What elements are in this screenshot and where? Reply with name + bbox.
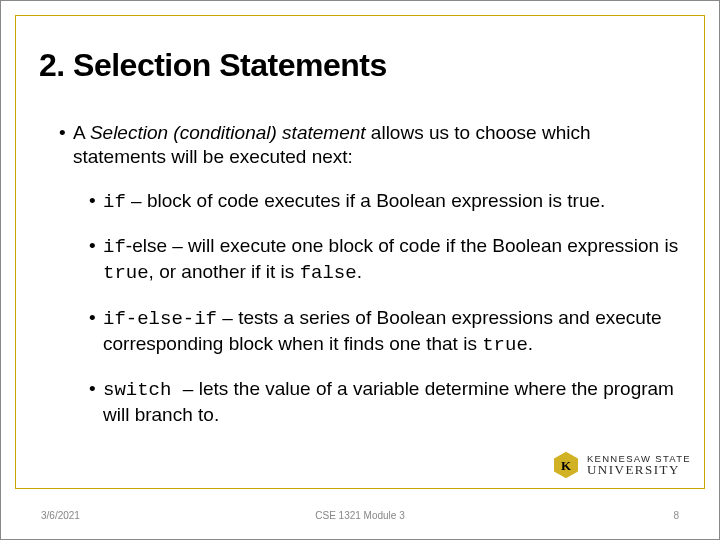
frag: -else – will execute one block of code i…: [126, 235, 678, 256]
slide: 2. Selection Statements • A Selection (c…: [0, 0, 720, 540]
code-keyword: if: [103, 236, 126, 258]
university-logo: K KENNESAW STATE UNIVERSITY: [551, 451, 691, 479]
code-keyword: true: [482, 334, 528, 356]
frag: , or another if it is: [149, 261, 300, 282]
list-item: • if-else – will execute one block of co…: [89, 234, 679, 286]
intro-text: A Selection (conditional) statement allo…: [73, 121, 679, 169]
code-keyword: if: [103, 191, 126, 213]
intro-prefix: A: [73, 122, 90, 143]
frag: .: [528, 333, 533, 354]
item-text: if-else – will execute one block of code…: [103, 234, 679, 286]
bullet-icon: •: [59, 121, 73, 169]
bullet-icon: •: [89, 306, 103, 358]
code-keyword: if-else-if: [103, 308, 217, 330]
item-text: if – block of code executes if a Boolean…: [103, 189, 679, 215]
logo-line2: UNIVERSITY: [587, 463, 691, 476]
list-item: • if-else-if – tests a series of Boolean…: [89, 306, 679, 358]
slide-title: 2. Selection Statements: [39, 47, 387, 84]
list-item: • switch – lets the value of a variable …: [89, 377, 679, 427]
logo-text: KENNESAW STATE UNIVERSITY: [587, 454, 691, 477]
footer-page-number: 8: [673, 510, 679, 521]
item-text: if-else-if – tests a series of Boolean e…: [103, 306, 679, 358]
bullet-icon: •: [89, 234, 103, 286]
code-keyword: switch: [103, 379, 183, 401]
bullet-icon: •: [89, 189, 103, 215]
svg-text:K: K: [561, 458, 572, 473]
list-item: • if – block of code executes if a Boole…: [89, 189, 679, 215]
logo-icon: K: [551, 451, 581, 479]
dash: –: [217, 307, 238, 328]
footer-center: CSE 1321 Module 3: [1, 510, 719, 521]
intro-emphasis: Selection (conditional) statement: [90, 122, 366, 143]
frag: .: [357, 261, 362, 282]
code-keyword: true: [103, 262, 149, 284]
content-area: • A Selection (conditional) statement al…: [59, 121, 679, 447]
dash: –: [126, 190, 147, 211]
bullet-icon: •: [89, 377, 103, 427]
code-keyword: false: [300, 262, 357, 284]
sub-bullet-list: • if – block of code executes if a Boole…: [59, 189, 679, 427]
item-text: switch – lets the value of a variable de…: [103, 377, 679, 427]
item-rest: block of code executes if a Boolean expr…: [147, 190, 605, 211]
dash: –: [183, 378, 199, 399]
intro-bullet-row: • A Selection (conditional) statement al…: [59, 121, 679, 169]
